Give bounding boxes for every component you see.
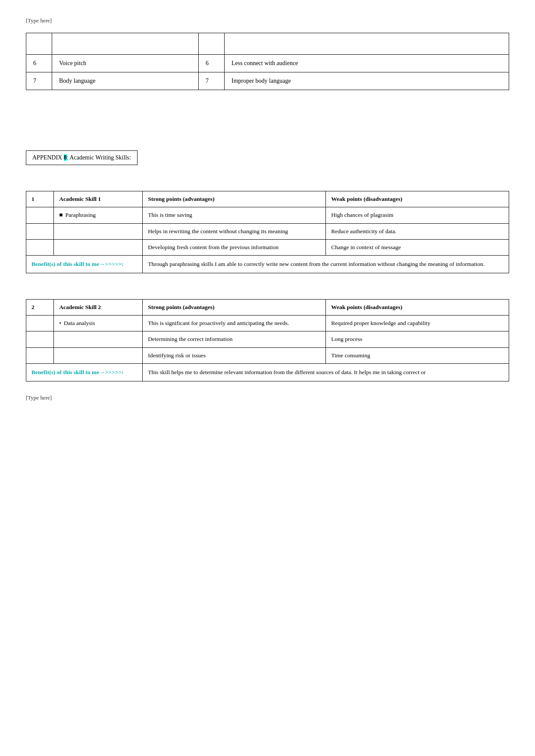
skill1-r2-c1 [26,223,54,239]
skill2-r2-c2 [54,331,143,347]
skill1-strong-1: This is time saving [143,207,326,223]
skill1-bullet: ■Paraphrasing [54,207,143,223]
skill2-bullet: •Data analysis [54,316,143,331]
row6-num: 6 [26,55,52,72]
skill2-table: 2 Academic Skill 2 Strong points (advant… [26,299,509,381]
skill2-r2-c1 [26,331,54,347]
empty-content1 [52,33,199,55]
appendix-suffix: : Academic Writing Skills: [67,154,131,161]
skill2-benefit-text: This skill helps me to determine relevan… [143,363,509,381]
row6-content: Voice pitch [52,55,199,72]
appendix-prefix: APPENDIX [32,154,64,161]
skill1-benefit-label: Benefit(s) of this skill to me→>>>>>: [26,256,143,273]
empty-content2 [225,33,509,55]
skill2-weak-1: Required proper knowledge and capability [326,316,509,331]
skill2-bullet-spacer [26,316,54,331]
appendix-box: APPENDIX 8: Academic Writing Skills: [26,150,138,165]
skill1-weak-2: Reduce authenticity of data. [326,223,509,239]
empty-num1 [26,33,52,55]
skill2-benefit-label: Benefit(s) of this skill to me→>>>>>: [26,363,143,381]
row7-content2: Improper body language [225,72,509,90]
skill1-weak-3: Change in context of message [326,239,509,255]
footer-label: [Type here] [26,394,509,401]
skill2-num: 2 [26,299,54,315]
skill1-strong-3: Developing fresh content from the previo… [143,239,326,255]
skill1-strong-2: Helps in rewriting the content without c… [143,223,326,239]
skill1-spacer [26,273,509,286]
row7-num2: 7 [199,72,225,90]
skill1-r3-c2 [54,239,143,255]
skill2-strong-1: This is significant for proactively and … [143,316,326,331]
skill1-col-strong: Strong points (advantages) [143,191,326,207]
skill2-r3-c2 [54,347,143,363]
skill2-col-weak: Weak points (disadvantages) [326,299,509,315]
row6-num2: 6 [199,55,225,72]
skill2-strong-2: Determining the correct information [143,331,326,347]
skill1-col-weak: Weak points (disadvantages) [326,191,509,207]
row7-content: Body language [52,72,199,90]
appendix-number: 8 [64,154,67,161]
top-table: 6 Voice pitch 6 Less connect with audien… [26,33,509,90]
skill1-r2-c2 [54,223,143,239]
skill2-col-strong: Strong points (advantages) [143,299,326,315]
skill1-weak-1: High chances of plagrasim [326,207,509,223]
skill1-r3-c1 [26,239,54,255]
skill2-title: Academic Skill 2 [54,299,143,315]
row7-num: 7 [26,72,52,90]
skill1-table: 1 Academic Skill 1 Strong points (advant… [26,191,509,286]
skill2-weak-2: Long process [326,331,509,347]
skill1-benefit-text: Through paraphrasing skills I am able to… [143,256,509,273]
row6-content2: Less connect with audience [225,55,509,72]
header-label: [Type here] [26,17,509,24]
skill1-title: Academic Skill 1 [54,191,143,207]
skill2-weak-3: Time consuming [326,347,509,363]
skill1-num: 1 [26,191,54,207]
skill2-r3-c1 [26,347,54,363]
skill2-strong-3: Identifying risk or issues [143,347,326,363]
empty-num2 [199,33,225,55]
skill1-bullet-spacer [26,207,54,223]
